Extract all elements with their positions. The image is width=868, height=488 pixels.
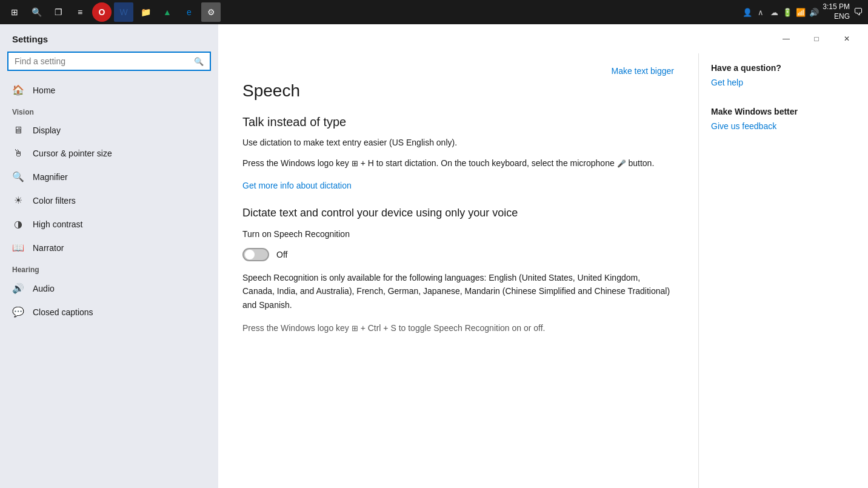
app-container: Settings 🔍 🏠 Home Vision 🖥 Display 🖱 Cur… [0,24,868,488]
audio-icon: 🔊 [12,282,24,294]
get-more-info-link[interactable]: Get more info about dictation [242,181,352,190]
chevron-icon[interactable]: ∧ [756,7,766,17]
sidebar-item-high-contrast-label: High contrast [33,219,82,229]
notification-icon[interactable]: 🗨 [853,7,863,18]
volume-icon[interactable]: 🔊 [809,7,819,17]
section-hearing-label: Hearing [0,259,218,276]
narrator-icon: 📖 [12,242,24,253]
page-title: Speech [242,81,674,101]
section1-description: Use dictation to make text entry easier … [242,136,674,149]
home-icon: 🏠 [12,84,24,96]
sidebar-item-display[interactable]: 🖥 Display [0,119,218,142]
right-panel: Have a question? Get help Make Windows b… [698,53,868,488]
sidebar-item-audio[interactable]: 🔊 Audio [0,276,218,300]
task-view-button[interactable]: ❐ [48,2,68,22]
minimize-button[interactable]: — [772,29,800,48]
sidebar-item-narrator[interactable]: 📖 Narrator [0,236,218,259]
sidebar: Settings 🔍 🏠 Home Vision 🖥 Display 🖱 Cur… [0,24,218,488]
make-text-bigger-link[interactable]: Make text bigger [612,66,675,76]
shortcut-text: Press the Windows logo key ⊞ + Ctrl + S … [242,321,674,335]
speech-recognition-toggle[interactable] [242,248,269,261]
sidebar-item-display-label: Display [33,125,61,135]
people-icon: 👤 [743,7,752,17]
high-contrast-icon: ◑ [12,218,24,230]
opera-button[interactable]: O [92,2,112,22]
search-button[interactable]: 🔍 [27,2,46,22]
content-area: Make text bigger Speech Talk instead of … [218,53,868,488]
title-bar: — □ ✕ [218,24,868,53]
toggle-title: Turn on Speech Recognition [242,228,674,241]
search-icon: 🔍 [194,57,204,66]
display-icon: 🖥 [12,125,24,136]
time: 3:15 PM [823,2,850,12]
search-box[interactable]: 🔍 [7,52,211,71]
cursor-icon: 🖱 [12,148,24,159]
toggle-knob [245,250,255,259]
maximize-button[interactable]: □ [803,29,830,48]
cloud-icon: ☁ [769,7,779,17]
section1-info-text: Press the Windows logo key ⊞ + H to star… [242,156,674,170]
give-feedback-link[interactable]: Give us feedback [711,121,856,131]
time-display: 3:15 PM ENG [823,2,850,21]
toggle-state-label: Off [276,250,287,259]
sidebar-item-home-label: Home [33,85,55,95]
sidebar-item-cursor-label: Cursor & pointer size [33,149,112,158]
sidebar-item-narrator-label: Narrator [33,243,64,253]
wifi-icon: 📶 [796,7,806,17]
settings-taskbar-button[interactable]: ⚙ [201,2,221,22]
speech-recog-text: Speech Recognition is only available for… [242,271,674,312]
sidebar-item-magnifier-label: Magnifier [33,172,68,182]
app-name: Settings [0,24,218,49]
sidebar-item-closed-captions-label: Closed captions [33,307,93,317]
sidebar-item-audio-label: Audio [33,284,55,293]
sidebar-item-color-filters-label: Color filters [33,196,76,206]
ribbon-button[interactable]: ≡ [70,2,90,22]
help-section: Have a question? Get help [711,63,856,87]
mic-icon: 🎤 [617,158,626,170]
magnifier-icon: 🔍 [12,171,24,182]
word-button[interactable]: W [114,2,133,22]
taskbar-left: ⊞ 🔍 ❐ ≡ O W 📁 ▲ e ⚙ [5,2,221,22]
language: ENG [823,12,850,22]
closed-captions-icon: 💬 [12,306,24,318]
sidebar-item-magnifier[interactable]: 🔍 Magnifier [0,165,218,189]
main-panel: — □ ✕ Make text bigger Speech Talk inste… [218,24,868,488]
sidebar-item-home[interactable]: 🏠 Home [0,78,218,102]
battery-icon: 🔋 [783,7,792,17]
help-title: Have a question? [711,63,856,73]
main-content: Make text bigger Speech Talk instead of … [218,53,698,488]
get-help-link[interactable]: Get help [711,78,856,87]
sidebar-item-high-contrast[interactable]: ◑ High contrast [0,212,218,236]
section1-title: Talk instead of type [242,115,674,129]
search-input[interactable] [15,56,194,66]
close-button[interactable]: ✕ [833,29,861,48]
feedback-title: Make Windows better [711,107,856,116]
top-link-container: Make text bigger [242,65,674,76]
edge-button[interactable]: e [179,2,199,22]
color-filters-icon: ☀ [12,195,24,206]
sidebar-item-cursor[interactable]: 🖱 Cursor & pointer size [0,142,218,165]
sidebar-item-color-filters[interactable]: ☀ Color filters [0,189,218,212]
feedback-section: Make Windows better Give us feedback [711,107,856,131]
start-button[interactable]: ⊞ [5,2,24,22]
section2-title: Dictate text and control your device usi… [242,206,674,221]
drive-button[interactable]: ▲ [158,2,177,22]
taskbar: ⊞ 🔍 ❐ ≡ O W 📁 ▲ e ⚙ 👤 ∧ ☁ 🔋 📶 🔊 3:15 PM … [0,0,868,24]
taskbar-right: 👤 ∧ ☁ 🔋 📶 🔊 3:15 PM ENG 🗨 [743,2,863,21]
explorer-button[interactable]: 📁 [136,2,155,22]
speech-recognition-toggle-row: Off [242,248,674,261]
sidebar-item-closed-captions[interactable]: 💬 Closed captions [0,300,218,324]
section-vision-label: Vision [0,102,218,119]
